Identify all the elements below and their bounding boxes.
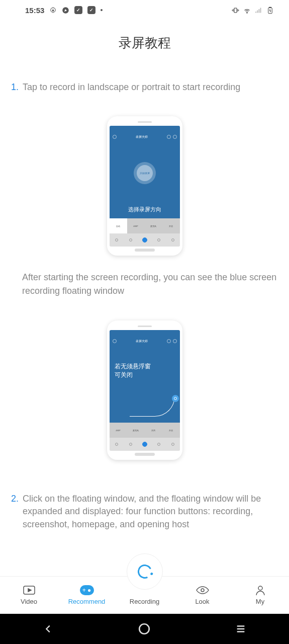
mock2-line1: 若无须悬浮窗 [115,362,175,371]
phone-speaker [138,121,152,123]
step-1-text: Tap to record in landscape or portrait t… [23,81,278,94]
step-1-number: 1. [11,81,19,94]
status-bar: 15:53 [0,0,289,20]
svg-point-3 [247,12,247,13]
battery-icon [266,7,274,14]
recording-fab-icon [136,562,154,581]
svg-rect-4 [255,12,256,13]
tab-look-label: Look [195,598,209,605]
nav-recent-button[interactable] [233,621,248,636]
mock-floating-button [172,395,179,402]
status-time: 15:53 [25,6,44,15]
step-1: 1. Tap to record in landscape or portrai… [11,81,278,94]
vibrate-icon [232,7,239,14]
status-right [232,7,274,14]
mock-gear-icon [113,135,117,139]
nav-home-button[interactable] [137,621,152,636]
notification-icon-1 [74,6,82,14]
tab-look[interactable]: Look [173,577,231,614]
phone-mockup-2: 录屏大师 若无须悬浮窗 可关闭 480P 麦克风 关闭 开启 [107,320,182,460]
svg-point-12 [258,586,262,590]
step-2: 2. Click on the floating window, and the… [11,493,278,531]
mock2-line2: 可关闭 [115,371,175,379]
mock-overlay-text: 选择录屏方向 [128,206,161,213]
tab-recommend-label: Recommend [68,598,106,605]
settings-icon [49,7,57,14]
step-1-description: After starting the screen recording, you… [11,271,278,298]
mock-header-title: 录屏大师 [136,135,148,139]
tab-video-label: Video [21,598,37,605]
tab-video[interactable]: Video [0,577,58,614]
tab-recording-label: Recording [130,598,159,605]
tutorial-content[interactable]: 1. Tap to record in landscape or portrai… [0,61,289,604]
svg-rect-5 [257,10,258,13]
phone-mockup-1: 录屏大师 开始录屏 选择录屏方向 自动 480P [107,116,182,256]
status-left: 15:53 [25,6,103,15]
svg-point-11 [201,589,204,592]
compass-icon [62,7,69,14]
page-title: 录屏教程 [0,20,289,61]
more-notifications-dot [101,9,103,11]
svg-rect-9 [269,7,271,8]
svg-point-13 [140,624,150,634]
svg-rect-7 [260,8,261,13]
system-navigation-bar [0,614,289,644]
step-2-number: 2. [11,493,19,531]
tab-recommend[interactable]: + ● Recommend [58,577,116,614]
eye-icon [196,585,210,595]
tab-my-label: My [256,598,264,605]
mock-record-button: 开始录屏 [134,162,156,184]
svg-rect-6 [259,9,260,13]
user-icon [253,585,267,595]
tab-my[interactable]: My [231,577,289,614]
step-2-text: Click on the floating window, and the fl… [23,493,278,531]
recording-fab[interactable] [127,553,163,590]
wifi-icon [243,7,251,14]
svg-point-0 [52,9,54,11]
mock-curve-indicator [130,396,175,417]
svg-rect-2 [234,8,237,13]
signal-icon [255,7,262,14]
recommend-icon: + ● [80,585,94,595]
video-icon [22,585,36,595]
phone-screen-1: 录屏大师 开始录屏 选择录屏方向 自动 480P [110,126,180,247]
nav-back-button[interactable] [41,621,56,636]
notification-icon-2 [87,6,95,14]
